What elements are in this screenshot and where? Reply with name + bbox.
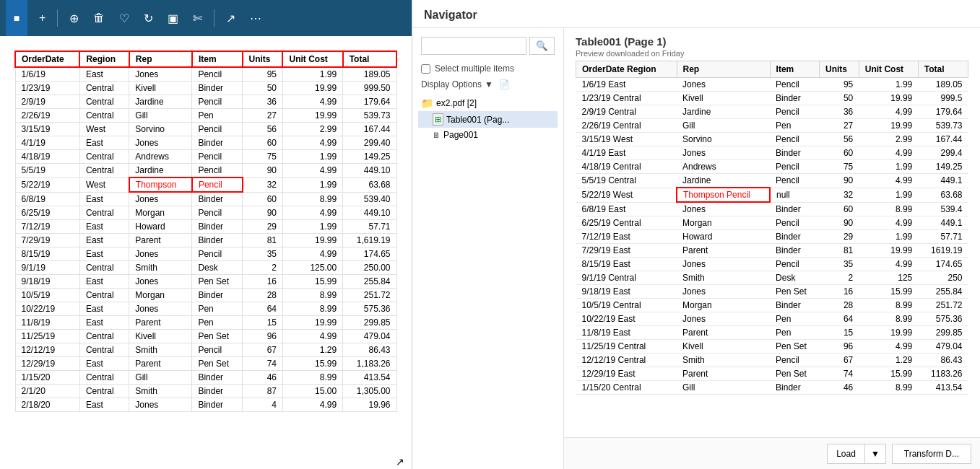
table-cell: East — [79, 357, 129, 371]
preview-cell: Pen Set — [770, 367, 819, 381]
col-header-orderdate: OrderDate — [15, 51, 79, 67]
select-multiple-checkbox[interactable] — [421, 64, 430, 74]
transform-button[interactable]: Transform D... — [892, 444, 971, 464]
table-cell: 4.99 — [282, 136, 342, 150]
search-input[interactable] — [421, 37, 526, 55]
preview-col-item: Item — [770, 61, 819, 78]
preview-cell: Binder — [770, 202, 819, 216]
table-cell: Gill — [129, 371, 192, 385]
table-cell: 46 — [243, 371, 283, 385]
delete-button[interactable]: 🗑 — [90, 9, 108, 27]
table-row: 2/1/20CentralSmithBinder8715.001,305.00 — [15, 385, 396, 398]
preview-cell: 1.99 — [859, 230, 918, 244]
table-row: 11/25/19 CentralKivellPen Set964.99479.0… — [576, 340, 968, 354]
preview-cell: 174.65 — [918, 258, 968, 271]
add-button[interactable]: + — [36, 9, 48, 27]
preview-cell: 7/12/19 East — [576, 230, 677, 244]
table-cell: Central — [79, 289, 129, 302]
table-cell: 56 — [243, 123, 283, 136]
table-cell: 86.43 — [343, 343, 396, 357]
preview-cell: 90 — [819, 174, 859, 188]
preview-cell: Parent — [677, 244, 770, 258]
table-cell: Jardine — [129, 164, 192, 178]
search-button[interactable]: 🔍 — [529, 37, 555, 55]
display-options-row: Display Options ▼ 📄 — [412, 76, 563, 92]
preview-col-total: Total — [918, 61, 968, 78]
table-cell: Binder — [192, 385, 243, 398]
table-cell: Pencil — [192, 177, 243, 192]
table-cell: Central — [79, 164, 129, 178]
preview-cell: Pencil — [770, 174, 819, 188]
preview-cell: 479.04 — [918, 340, 968, 354]
preview-cell: 10/22/19 East — [576, 312, 677, 326]
table-cell: Pen — [192, 316, 243, 330]
table-cell: 1.29 — [282, 343, 342, 357]
folder-icon: 📁 — [421, 97, 433, 109]
col-header-total: Total — [343, 51, 396, 67]
preview-cell: 2 — [819, 271, 859, 285]
preview-cell: 4.99 — [859, 146, 918, 160]
table-cell: East — [79, 136, 129, 150]
table-cell: 63.68 — [343, 177, 396, 192]
tree-item-table[interactable]: ⊞ Table001 (Pag... — [418, 111, 558, 128]
display-options-chevron[interactable]: ▼ — [485, 79, 493, 89]
table-row: 2/9/19CentralJardinePencil364.99179.64 — [15, 95, 396, 109]
tree-item-file[interactable]: 📁 ex2.pdf [2] — [418, 95, 558, 111]
preview-cell: 63.68 — [918, 188, 968, 202]
table-cell: Binder — [192, 371, 243, 385]
preview-cell: 19.99 — [859, 92, 918, 105]
preview-cell: 9/1/19 Central — [576, 271, 677, 285]
table-row: 3/15/19WestSorvinoPencil562.99167.44 — [15, 123, 396, 136]
table-cell: Pen — [192, 302, 243, 316]
more-button[interactable]: ⋯ — [247, 9, 264, 28]
preview-cell: Pencil — [770, 258, 819, 271]
table-cell: Jones — [129, 136, 192, 150]
share-button[interactable]: ↗ — [223, 9, 238, 28]
table-cell: East — [79, 247, 129, 261]
preview-cell: 4/18/19 Central — [576, 160, 677, 174]
preview-cell: Binder — [770, 230, 819, 244]
undo-button[interactable]: ↻ — [141, 9, 156, 28]
display-options-icon[interactable]: 📄 — [499, 79, 510, 89]
preview-cell: Binder — [770, 381, 819, 395]
preview-cell: 4.99 — [859, 174, 918, 188]
table-cell: 90 — [243, 164, 283, 178]
preview-cell: 36 — [819, 105, 859, 119]
heart-button[interactable]: ♡ — [116, 9, 132, 28]
tree-item-page[interactable]: 🗎 Page001 — [418, 128, 558, 142]
table-cell: 1.99 — [282, 67, 342, 82]
table-cell: 8.99 — [282, 192, 342, 206]
table-cell: 11/8/19 — [15, 316, 79, 330]
table-cell: 60 — [243, 192, 283, 206]
preview-cell: 5/5/19 Central — [576, 174, 677, 188]
table-cell: Jones — [129, 247, 192, 261]
table-cell: Central — [79, 109, 129, 123]
table-cell: 90 — [243, 206, 283, 220]
preview-cell: 251.72 — [918, 299, 968, 312]
table-cell: 449.10 — [343, 206, 396, 220]
crop-button[interactable]: ▣ — [165, 9, 181, 28]
table-cell: 64 — [243, 302, 283, 316]
table-cell: Pencil — [192, 206, 243, 220]
left-table-container: OrderDate Region Rep Item Units Unit Cos… — [0, 36, 412, 455]
table-row: 2/9/19 CentralJardinePencil364.99179.64 — [576, 105, 968, 119]
table-icon: ⊞ — [433, 113, 443, 126]
table-cell: 29 — [243, 220, 283, 234]
preview-cell: Pen — [770, 119, 819, 133]
zoom-in-button[interactable]: ⊕ — [66, 9, 82, 28]
table-cell: 2/26/19 — [15, 109, 79, 123]
table-cell: 479.04 — [343, 330, 396, 343]
preview-cell: 15 — [819, 326, 859, 340]
table-cell: 2/1/20 — [15, 385, 79, 398]
table-cell: East — [79, 275, 129, 289]
table-row: 3/15/19 WestSorvinoPencil562.99167.44 — [576, 133, 968, 146]
table-cell: 250.00 — [343, 261, 396, 275]
load-button[interactable]: Load — [827, 444, 864, 464]
preview-cell: Pencil — [770, 216, 819, 230]
table-cell: Pen Set — [192, 330, 243, 343]
table-cell: 96 — [243, 330, 283, 343]
table-cell: 74 — [243, 357, 283, 371]
load-dropdown-button[interactable]: ▼ — [864, 444, 886, 464]
preview-cell: 3/15/19 West — [576, 133, 677, 146]
scissors-button[interactable]: ✄ — [190, 9, 205, 28]
